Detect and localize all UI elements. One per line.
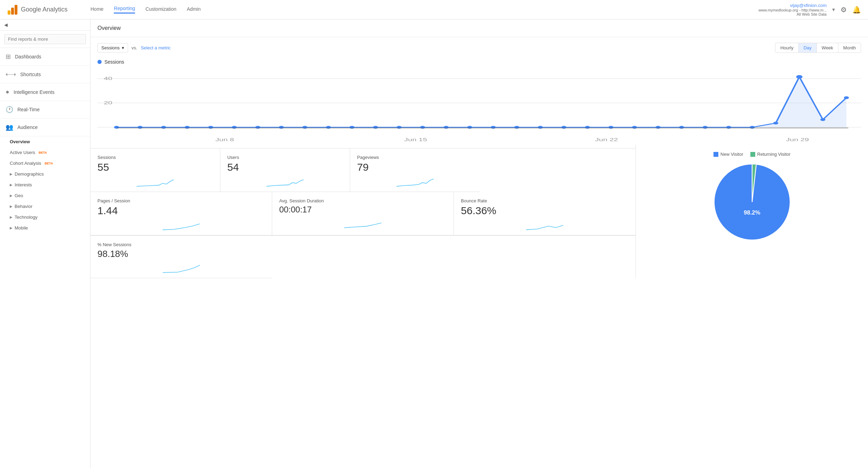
sidebar-collapse-button[interactable]: ◀ xyxy=(0,19,90,31)
stats-row-3: % New Sessions 98.18% xyxy=(90,236,636,278)
sidebar-item-audience[interactable]: 👥 Audience xyxy=(0,119,90,136)
pie-chart-wrap: 98.2% xyxy=(643,160,861,244)
sidebar-sub-interests[interactable]: ▶ Interests xyxy=(0,179,90,190)
svg-point-30 xyxy=(608,126,614,129)
user-email: vijay@xfinion.com xyxy=(758,3,827,8)
users-stat-value: 54 xyxy=(227,161,343,173)
svg-point-33 xyxy=(679,126,684,129)
active-users-sub-label: Active Users xyxy=(10,150,35,155)
sidebar-item-dashboards[interactable]: ⊞ Dashboards xyxy=(0,48,90,66)
sidebar-sub-geo[interactable]: ▶ Geo xyxy=(0,190,90,201)
returning-visitor-label: Returning Visitor xyxy=(757,152,791,157)
settings-button[interactable]: ⚙ xyxy=(841,6,847,14)
bounce-rate-value: 56.36% xyxy=(461,205,629,217)
nav-right: vijay@xfinion.com www.mymedlookup.org - … xyxy=(758,3,861,16)
stat-new-sessions: % New Sessions 98.18% xyxy=(90,236,272,278)
pages-session-sparkline xyxy=(97,219,265,231)
shortcuts-icon: ⇠⇢ xyxy=(6,71,16,78)
user-site: www.mymedlookup.org - http://www.m... xyxy=(758,8,827,12)
svg-point-20 xyxy=(373,126,378,129)
audience-icon: 👥 xyxy=(6,123,13,131)
time-btn-month[interactable]: Month xyxy=(838,43,861,53)
svg-point-12 xyxy=(184,126,190,129)
svg-point-36 xyxy=(750,126,755,129)
top-nav: Google Analytics Home Reporting Customiz… xyxy=(0,0,868,19)
realtime-icon: 🕐 xyxy=(6,106,13,113)
sidebar-sub-demographics[interactable]: ▶ Demographics xyxy=(0,169,90,179)
chart-container: Sessions 40 20 xyxy=(90,56,868,145)
user-data-scope: All Web Site Data xyxy=(758,12,827,16)
svg-point-27 xyxy=(538,126,543,129)
search-box xyxy=(0,31,90,48)
svg-point-39 xyxy=(820,118,826,121)
pie-chart: 98.2% xyxy=(710,160,794,244)
svg-point-29 xyxy=(585,126,590,129)
sidebar-item-realtime[interactable]: 🕐 Real-Time xyxy=(0,101,90,119)
sidebar-sub-behavior[interactable]: ▶ Behavior xyxy=(0,201,90,212)
svg-point-10 xyxy=(137,126,143,129)
svg-text:Jun 8: Jun 8 xyxy=(215,137,234,142)
new-sessions-value: 98.18% xyxy=(97,249,265,259)
geo-arrow-icon: ▶ xyxy=(10,194,13,197)
sessions-dropdown-label: Sessions xyxy=(101,45,120,50)
svg-rect-2 xyxy=(15,5,17,15)
svg-point-31 xyxy=(632,126,637,129)
intelligence-icon: ● xyxy=(6,88,9,96)
overview-sub-label: Overview xyxy=(10,139,30,144)
sidebar-item-shortcuts[interactable]: ⇠⇢ Shortcuts xyxy=(0,66,90,83)
pie-pct-label: 98.2% xyxy=(744,209,760,216)
interests-arrow-icon: ▶ xyxy=(10,183,13,187)
stat-users: Users 54 xyxy=(220,148,350,192)
select-metric-link[interactable]: Select a metric xyxy=(141,45,171,50)
svg-point-22 xyxy=(420,126,425,129)
notifications-button[interactable]: 🔔 xyxy=(852,6,861,14)
svg-point-18 xyxy=(326,126,331,129)
pie-chart-section: New Visitor Returning Visitor xyxy=(636,145,868,278)
main-layout: ◀ ⊞ Dashboards ⇠⇢ Shortcuts ● Intelligen… xyxy=(0,19,868,468)
svg-point-21 xyxy=(396,126,402,129)
overview-title: Overview xyxy=(97,25,121,31)
dashboards-icon: ⊞ xyxy=(6,53,11,60)
sessions-legend-dot xyxy=(97,60,102,64)
behavior-arrow-icon: ▶ xyxy=(10,204,13,208)
sidebar-sub-technology[interactable]: ▶ Technology xyxy=(0,212,90,223)
sidebar-sub-active-users[interactable]: Active Users BETA xyxy=(0,147,90,158)
user-account: vijay@xfinion.com www.mymedlookup.org - … xyxy=(758,3,827,16)
time-btn-hourly[interactable]: Hourly xyxy=(775,43,799,53)
collapse-icon: ◀ xyxy=(4,22,8,27)
svg-rect-0 xyxy=(8,10,10,15)
time-btn-week[interactable]: Week xyxy=(817,43,838,53)
stat-pages-per-session: Pages / Session 1.44 xyxy=(90,192,272,235)
sidebar-sub-overview[interactable]: Overview xyxy=(0,136,90,147)
nav-reporting[interactable]: Reporting xyxy=(114,6,135,14)
svg-point-34 xyxy=(703,126,708,129)
sidebar-sub-mobile[interactable]: ▶ Mobile xyxy=(0,223,90,233)
pageviews-stat-value: 79 xyxy=(357,161,473,173)
stat-avg-session-duration: Avg. Session Duration 00:00:17 xyxy=(272,192,454,235)
sessions-sparkline xyxy=(97,176,213,187)
chart-svg: 40 20 xyxy=(97,68,861,145)
svg-text:20: 20 xyxy=(104,100,112,105)
sessions-dropdown[interactable]: Sessions ▾ xyxy=(97,43,128,53)
avg-duration-label: Avg. Session Duration xyxy=(279,198,447,203)
search-input[interactable] xyxy=(4,34,86,44)
nav-customization[interactable]: Customization xyxy=(145,6,176,13)
chart-toolbar: Sessions ▾ vs. Select a metric Hourly Da… xyxy=(90,37,868,56)
time-btn-day[interactable]: Day xyxy=(799,43,817,53)
new-visitor-legend: New Visitor xyxy=(713,152,743,157)
behavior-sub-label: Behavior xyxy=(15,204,32,209)
nav-home[interactable]: Home xyxy=(90,6,103,13)
new-visitor-label: New Visitor xyxy=(720,152,743,157)
avg-duration-value: 00:00:17 xyxy=(279,205,447,215)
vs-label: vs. xyxy=(132,45,137,50)
sessions-line-chart: 40 20 xyxy=(97,68,861,145)
chart-legend: Sessions xyxy=(97,59,861,68)
nav-admin[interactable]: Admin xyxy=(187,6,201,13)
svg-point-15 xyxy=(255,126,260,129)
sidebar-sub-cohort[interactable]: Cohort Analysis BETA xyxy=(0,158,90,169)
svg-point-14 xyxy=(232,126,237,129)
sidebar-item-intelligence[interactable]: ● Intelligence Events xyxy=(0,83,90,101)
logo-area: Google Analytics xyxy=(7,4,77,15)
time-buttons: Hourly Day Week Month xyxy=(775,43,861,53)
dropdown-icon: ▾ xyxy=(832,6,835,13)
